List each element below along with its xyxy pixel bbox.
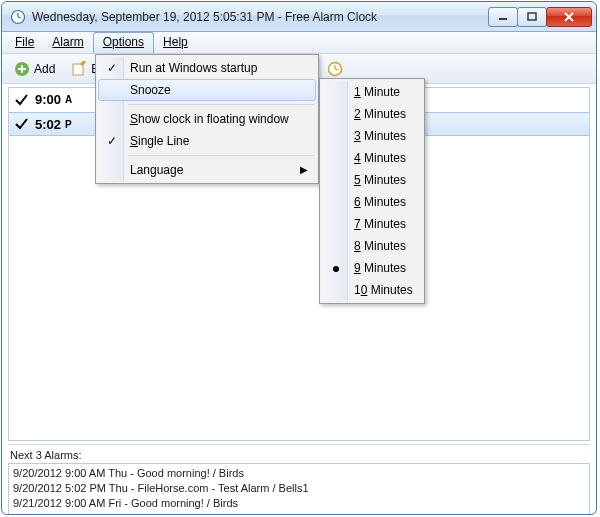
app-window: Wednesday, September 19, 2012 5:05:31 PM… [1,1,597,515]
alarm-ampm: A [65,94,72,105]
snooze-3-minutes[interactable]: 3 Minutes [322,125,422,147]
checkmark-icon[interactable] [13,92,29,108]
window-title: Wednesday, September 19, 2012 5:05:31 PM… [32,10,489,24]
upcoming-alarm-line: 9/20/2012 9:00 AM Thu - Good morning! / … [13,466,585,481]
svg-rect-10 [73,64,83,75]
close-button[interactable] [546,7,592,27]
next-alarms-box: 9/20/2012 9:00 AM Thu - Good morning! / … [8,463,590,515]
menu-separator [128,104,314,105]
options-single-line[interactable]: ✓ Single Line [98,130,316,152]
snooze-7-minutes[interactable]: 7 Minutes [322,213,422,235]
menu-help[interactable]: Help [154,32,197,53]
options-run-startup[interactable]: ✓ Run at Windows startup [98,57,316,79]
menubar: File Alarm Options Help [2,32,596,54]
snooze-10-minutes[interactable]: 10 Minutes [322,279,422,301]
menu-alarm[interactable]: Alarm [43,32,92,53]
checkmark-icon: ✓ [104,134,120,148]
alarm-ampm: P [65,119,72,130]
upcoming-alarm-line: 9/21/2012 9:00 AM Fri - Good morning! / … [13,496,585,511]
menu-separator [128,155,314,156]
window-buttons [489,7,592,27]
snooze-2-minutes[interactable]: 2 Minutes [322,103,422,125]
snooze-dropdown: 1 Minute 2 Minutes 3 Minutes 4 Minutes 5… [319,78,425,304]
snooze-4-minutes[interactable]: 4 Minutes [322,147,422,169]
menu-file[interactable]: File [6,32,43,53]
bottom-panel: Next 3 Alarms: 9/20/2012 9:00 AM Thu - G… [8,444,590,515]
options-language[interactable]: Language ▶ [98,159,316,181]
snooze-8-minutes[interactable]: 8 Minutes [322,235,422,257]
toolbar-clock-icon[interactable] [327,61,343,77]
options-dropdown: ✓ Run at Windows startup Snooze Show clo… [95,54,319,184]
upcoming-alarm-line: 9/20/2012 5:02 PM Thu - FileHorse.com - … [13,481,585,496]
menu-options[interactable]: Options [93,32,154,53]
checkmark-icon[interactable] [13,116,29,132]
add-icon [14,61,30,77]
add-label: Add [34,62,55,76]
svg-line-11 [81,61,85,65]
snooze-9-minutes[interactable]: 9 Minutes [322,257,422,279]
checkmark-icon: ✓ [104,61,120,75]
add-button[interactable]: Add [8,58,61,80]
maximize-button[interactable] [517,7,547,27]
alarm-time: 5:02 [35,117,61,132]
svg-rect-4 [528,13,536,20]
snooze-6-minutes[interactable]: 6 Minutes [322,191,422,213]
next-alarms-label: Next 3 Alarms: [8,445,590,463]
options-floating-window[interactable]: Show clock in floating window [98,108,316,130]
submenu-arrow-icon: ▶ [300,164,308,175]
edit-icon [71,61,87,77]
app-clock-icon [10,9,26,25]
snooze-5-minutes[interactable]: 5 Minutes [322,169,422,191]
options-snooze[interactable]: Snooze [98,79,316,101]
bullet-icon [328,261,344,275]
titlebar: Wednesday, September 19, 2012 5:05:31 PM… [2,2,596,32]
alarm-time: 9:00 [35,92,61,107]
snooze-1-minute[interactable]: 1 Minute [322,81,422,103]
minimize-button[interactable] [488,7,518,27]
